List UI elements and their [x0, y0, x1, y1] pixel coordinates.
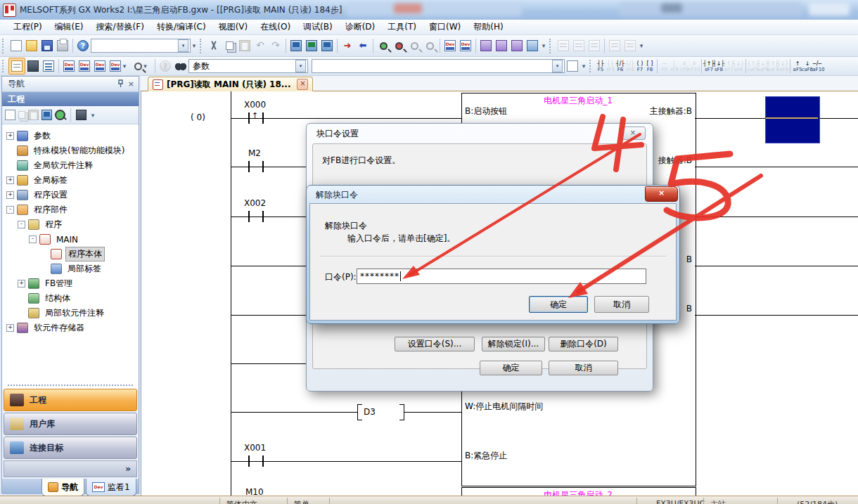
- fkey-hline[interactable]: ─F9: [660, 58, 670, 75]
- paste-button[interactable]: [237, 38, 252, 53]
- device-search-dropdown[interactable]: ▾: [130, 58, 153, 74]
- device-test-button[interactable]: [319, 38, 335, 53]
- tab-prg-main[interactable]: [PRG]读取 MAIN (只读) 18... ×: [148, 77, 313, 91]
- menu-compile[interactable]: 转换/编译(C): [151, 20, 212, 34]
- tree-item-program[interactable]: -程序: [2, 217, 139, 232]
- fkey-closed-contact[interactable]: ┤/├F6: [615, 58, 625, 75]
- panel-splitter[interactable]: [8, 385, 133, 386]
- fkey-delete-vline[interactable]: ×cF10: [689, 58, 699, 75]
- instruction-find-combo[interactable]: ▾: [312, 59, 565, 73]
- tree-item-fb-management[interactable]: +FB管理: [2, 276, 139, 291]
- monitor-start-button[interactable]: [376, 38, 391, 53]
- ladder-edit-button1[interactable]: [556, 38, 571, 53]
- tree-item-local-label[interactable]: 局部标签: [2, 261, 139, 276]
- pc-lock-button[interactable]: [525, 38, 540, 53]
- password-input[interactable]: ********: [357, 269, 646, 284]
- toolbar-overflow-chevron[interactable]: ▾: [580, 63, 587, 70]
- tree-item-device-memory[interactable]: +软元件存储器: [2, 321, 139, 335]
- new-project-button[interactable]: [8, 38, 24, 53]
- module-config-button[interactable]: [25, 58, 41, 74]
- monitor-pause-button[interactable]: [406, 38, 422, 53]
- tree-item-intelligent-module[interactable]: 特殊模块(智能功能模块): [2, 143, 139, 158]
- nav-button-project[interactable]: 工程: [4, 389, 137, 411]
- device-find2-button[interactable]: [304, 38, 319, 53]
- toolbar-overflow-chevron[interactable]: ▾: [638, 42, 645, 49]
- write-to-plc-button[interactable]: ➜: [340, 38, 355, 53]
- device-comment-button[interactable]: Dev: [442, 38, 458, 53]
- undo-button[interactable]: ↶: [252, 38, 268, 53]
- nav-button-connection[interactable]: 连接目标: [4, 437, 137, 459]
- read-from-plc-button[interactable]: ⬅: [355, 38, 371, 53]
- sort-filter-icon[interactable]: [76, 110, 87, 120]
- pin-icon[interactable]: [117, 79, 124, 88]
- copy-button[interactable]: [222, 38, 237, 53]
- open-project-button[interactable]: [24, 38, 39, 53]
- unlock-button[interactable]: 解除锁定(I)...: [482, 337, 545, 351]
- help-context-button[interactable]: ?: [158, 58, 173, 74]
- fkey-coil[interactable]: ( )F7: [635, 58, 645, 75]
- fkey-open-contact[interactable]: ┤├F5: [596, 58, 606, 75]
- ladder-edit-button4[interactable]: [607, 38, 622, 53]
- tree-item-structure[interactable]: 结构体: [2, 291, 139, 306]
- paste-icon[interactable]: [28, 110, 39, 120]
- toolbar-overflow-chevron[interactable]: ▾: [191, 42, 198, 49]
- menu-project[interactable]: 工程(P): [7, 20, 49, 34]
- ladder-edit-button5[interactable]: [622, 38, 638, 53]
- chevron-down-icon[interactable]: ▾: [552, 60, 563, 72]
- dialog2-cancel-button[interactable]: 取消: [594, 296, 649, 313]
- dialog2-ok-button[interactable]: 确定: [529, 296, 588, 313]
- new-item-icon[interactable]: [5, 110, 15, 120]
- fkey-open-branch[interactable]: ┤├sF5: [606, 58, 615, 75]
- ladder-selection-cursor[interactable]: [765, 96, 820, 143]
- device-display-dropdown[interactable]: Dev▾: [108, 58, 130, 74]
- delete-password-button[interactable]: 删除口令(D): [549, 337, 618, 351]
- chevron-down-icon[interactable]: ▾: [89, 112, 96, 119]
- copy-icon[interactable]: [18, 111, 25, 119]
- toolbar-overflow-chevron[interactable]: ▾: [540, 42, 547, 49]
- tree-item-program-body[interactable]: 程序本体: [2, 247, 139, 261]
- cut-button[interactable]: [206, 38, 222, 53]
- fkey-invert[interactable]: ─/─caF10: [812, 58, 822, 75]
- chevron-down-icon[interactable]: ▾: [178, 39, 188, 52]
- monitor-stop-button[interactable]: [391, 38, 406, 53]
- menu-tools[interactable]: 工具(T): [381, 20, 423, 34]
- fkey-pulse-close-branch[interactable]: ┤↓├saF8: [778, 58, 788, 75]
- tree-item-global-label[interactable]: +全局标签: [2, 173, 139, 188]
- menu-help[interactable]: 帮助(H): [467, 20, 509, 34]
- list-view-button[interactable]: [41, 58, 56, 74]
- device-comment-view-button[interactable]: Dev: [61, 58, 77, 74]
- menu-online[interactable]: 在线(O): [254, 20, 297, 34]
- fkey-vline[interactable]: │sF9: [670, 58, 679, 75]
- tree-item-main[interactable]: -MAIN: [2, 232, 139, 247]
- tree-item-parameter[interactable]: +参数: [2, 129, 139, 143]
- device-batch-button[interactable]: Dev: [92, 58, 108, 74]
- device-find-button[interactable]: [288, 38, 304, 53]
- menu-debug[interactable]: 调试(B): [297, 20, 339, 34]
- navigation-toggle-button[interactable]: [8, 58, 25, 75]
- tree-item-program-setting[interactable]: +程序设置: [2, 188, 139, 202]
- monitor-resume-button[interactable]: [422, 38, 437, 53]
- menu-window[interactable]: 窗口(W): [423, 20, 467, 34]
- dialog1-close-button[interactable]: ×: [620, 127, 646, 140]
- device-memory-button[interactable]: Dev: [458, 38, 473, 53]
- document-search-button[interactable]: [565, 58, 580, 74]
- chevron-down-icon[interactable]: ▾: [295, 60, 306, 72]
- dialog1-cancel-button[interactable]: 取消: [549, 361, 618, 375]
- tree-item-local-comment[interactable]: 局部软元件注释: [2, 306, 139, 321]
- save-project-button[interactable]: [39, 38, 55, 53]
- device-list-button[interactable]: Dev: [77, 58, 92, 74]
- tab-close-icon[interactable]: ×: [297, 79, 308, 90]
- dialog1-ok-button[interactable]: 确定: [480, 361, 542, 375]
- property-icon[interactable]: [41, 110, 52, 120]
- dialog2-close-button[interactable]: ×: [645, 186, 678, 202]
- ladder-edit-button3[interactable]: [587, 38, 602, 53]
- fkey-instruction[interactable]: [ ]F8: [645, 58, 655, 75]
- ladder-edit-button2[interactable]: [571, 38, 587, 53]
- window-tile-button[interactable]: [494, 38, 509, 53]
- redo-button[interactable]: ↷: [268, 38, 283, 53]
- menu-diagnostics[interactable]: 诊断(D): [339, 20, 382, 34]
- refresh-icon[interactable]: [55, 110, 65, 120]
- menu-edit[interactable]: 编辑(E): [49, 20, 90, 34]
- tree-item-pou[interactable]: -程序部件: [2, 202, 139, 217]
- window-arrange-button[interactable]: [509, 38, 525, 53]
